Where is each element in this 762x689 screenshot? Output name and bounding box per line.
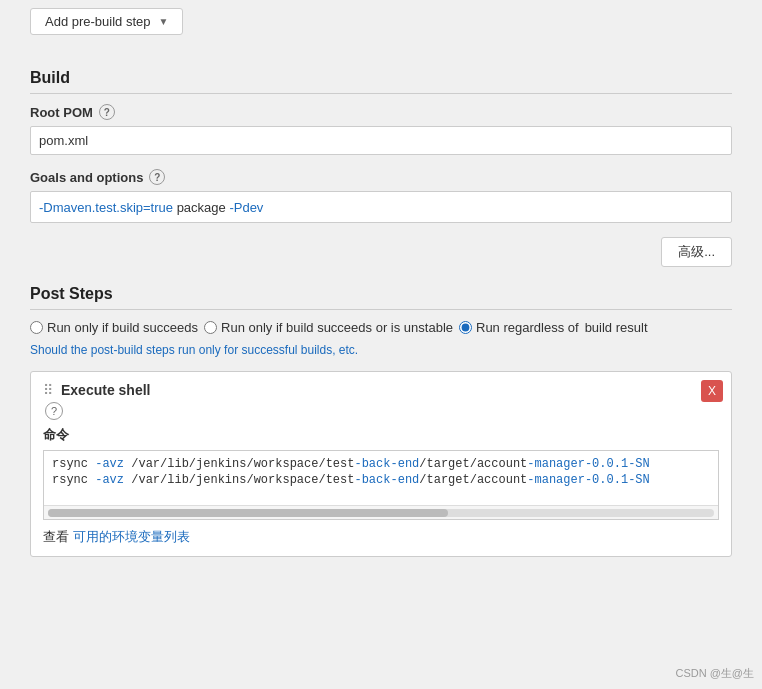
- cmd2-p6: -manager-0.0.1-SN: [527, 473, 649, 487]
- cmd1-p3: /var/lib/jenkins/workspace/test: [124, 457, 354, 471]
- env-link[interactable]: 可用的环境变量列表: [73, 529, 190, 544]
- page-container: Add pre-build step ▼ Build Root POM ? Go…: [0, 0, 762, 689]
- execute-shell-container: ⠿ Execute shell X ? 命令 rsync -avz /var/l…: [30, 371, 732, 557]
- radio-unstable-label: Run only if build succeeds or is unstabl…: [221, 320, 453, 335]
- command-label: 命令: [43, 426, 719, 444]
- textarea-scrollbar[interactable]: [44, 505, 718, 519]
- radio-unstable[interactable]: Run only if build succeeds or is unstabl…: [204, 320, 453, 335]
- watermark: CSDN @生@生: [675, 666, 754, 681]
- cmd1-p6: -manager-0.0.1-SN: [527, 457, 649, 471]
- post-steps-title: Post Steps: [30, 285, 732, 310]
- command-line-1: rsync -avz /var/lib/jenkins/workspace/te…: [52, 457, 710, 471]
- cmd2-p4: -back-end: [354, 473, 419, 487]
- add-prebuild-button[interactable]: Add pre-build step ▼: [30, 8, 183, 35]
- drag-handle-icon[interactable]: ⠿: [43, 382, 53, 398]
- dropdown-arrow-icon: ▼: [159, 16, 169, 27]
- root-pom-input[interactable]: [30, 126, 732, 155]
- cmd1-p1: rsync: [52, 457, 95, 471]
- post-steps-description: Should the post-build steps run only for…: [30, 343, 732, 357]
- post-steps-section: Post Steps Run only if build succeeds Ru…: [30, 285, 732, 557]
- command-display[interactable]: rsync -avz /var/lib/jenkins/workspace/te…: [44, 451, 718, 505]
- root-pom-label-row: Root POM ?: [30, 104, 732, 120]
- execute-shell-title: Execute shell: [61, 382, 151, 398]
- radio-group: Run only if build succeeds Run only if b…: [30, 320, 732, 335]
- env-link-prefix: 查看: [43, 529, 73, 544]
- goals-help-icon[interactable]: ?: [149, 169, 165, 185]
- goals-part-3: -Pdev: [229, 200, 263, 215]
- shell-help-icon[interactable]: ?: [45, 402, 63, 420]
- goals-part-2: package: [173, 200, 229, 215]
- scrollbar-thumb: [48, 509, 448, 517]
- radio-success[interactable]: Run only if build succeeds: [30, 320, 198, 335]
- goals-group: Goals and options ? -Dmaven.test.skip=tr…: [30, 169, 732, 223]
- cmd1-p4: -back-end: [354, 457, 419, 471]
- build-section-title: Build: [30, 69, 732, 94]
- advanced-btn-row: 高级...: [30, 237, 732, 267]
- radio-always-input[interactable]: [459, 321, 472, 334]
- scrollbar-track: [48, 509, 714, 517]
- advanced-button[interactable]: 高级...: [661, 237, 732, 267]
- goals-input[interactable]: -Dmaven.test.skip=true package -Pdev: [30, 191, 732, 223]
- goals-part-1: -Dmaven.test.skip=true: [39, 200, 173, 215]
- execute-shell-close-button[interactable]: X: [701, 380, 723, 402]
- goals-label-row: Goals and options ?: [30, 169, 732, 185]
- env-link-row: 查看 可用的环境变量列表: [43, 528, 719, 546]
- radio-unstable-input[interactable]: [204, 321, 217, 334]
- close-icon: X: [708, 384, 716, 398]
- execute-shell-header: ⠿ Execute shell: [43, 382, 719, 398]
- radio-always-label: Run regardless of: [476, 320, 579, 335]
- root-pom-group: Root POM ?: [30, 104, 732, 155]
- radio-always[interactable]: Run regardless of: [459, 320, 579, 335]
- root-pom-label: Root POM: [30, 105, 93, 120]
- add-prebuild-label: Add pre-build step: [45, 14, 151, 29]
- build-section: Build Root POM ? Goals and options ? -Dm…: [30, 69, 732, 267]
- cmd2-p5: /target/account: [419, 473, 527, 487]
- cmd2-p1: rsync: [52, 473, 95, 487]
- root-pom-help-icon[interactable]: ?: [99, 104, 115, 120]
- cmd2-p3: /var/lib/jenkins/workspace/test: [124, 473, 354, 487]
- cmd1-p2: -avz: [95, 457, 124, 471]
- radio-always-label-cont: build result: [585, 320, 648, 335]
- radio-success-label: Run only if build succeeds: [47, 320, 198, 335]
- command-textarea-wrapper: rsync -avz /var/lib/jenkins/workspace/te…: [43, 450, 719, 520]
- radio-success-input[interactable]: [30, 321, 43, 334]
- cmd1-p5: /target/account: [419, 457, 527, 471]
- cmd2-p2: -avz: [95, 473, 124, 487]
- goals-label: Goals and options: [30, 170, 143, 185]
- command-line-2: rsync -avz /var/lib/jenkins/workspace/te…: [52, 473, 710, 487]
